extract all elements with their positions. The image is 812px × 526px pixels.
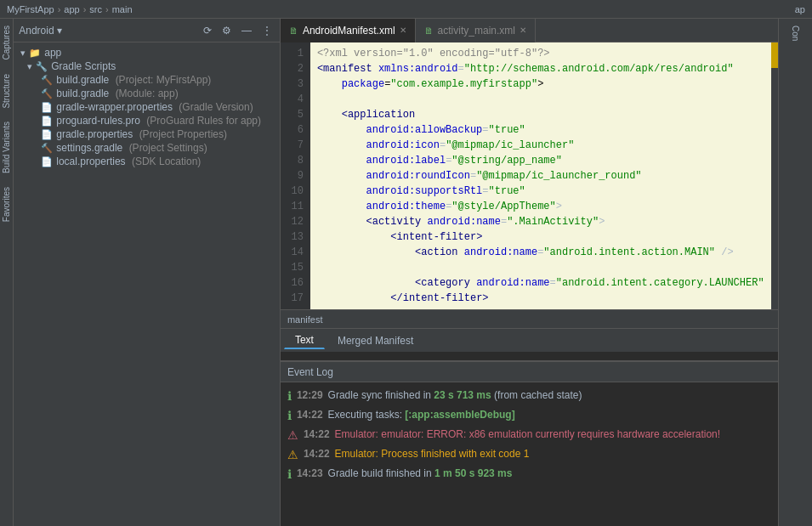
editor-scrollbar[interactable] (771, 42, 778, 309)
proguard-label: proguard-rules.pro (ProGuard Rules for a… (56, 115, 261, 127)
captures-tab[interactable]: Captures (0, 19, 13, 67)
code-line-13: <intent-filter> (317, 229, 764, 245)
log-icon-4: ⚠ (287, 447, 298, 462)
tab-merged-manifest[interactable]: Merged Manifest (327, 332, 424, 349)
sidebar-toolbar: Android ▾ ⟳ ⚙ — ⋮ (14, 19, 280, 42)
code-line-7: android:icon="@mipmap/ic_launcher" (317, 138, 764, 153)
app-folder-icon: ▾ (20, 48, 26, 59)
main-layout: Captures Structure Build Variants Favori… (0, 19, 812, 526)
top-bar: MyFirstApp › app › src › main ap (0, 0, 812, 19)
project-sidebar: Android ▾ ⟳ ⚙ — ⋮ ▾ 📁 app ▾ 🔧 Gradle Scr… (14, 19, 281, 526)
manifest-tab-close[interactable]: ✕ (400, 25, 406, 35)
code-line-5: <application (317, 107, 764, 122)
manifest-tab-icon: 🗎 (289, 25, 298, 36)
log-icon-2: ℹ (287, 408, 292, 423)
code-line-11: android:theme="@style/AppTheme"> (317, 199, 764, 214)
log-text-3: Emulator: emulator: ERROR: x86 emulation… (335, 427, 721, 442)
tree-item-gradle-props[interactable]: 📄 gradle.properties (Project Properties) (14, 127, 280, 141)
project-tree: ▾ 📁 app ▾ 🔧 Gradle Scripts 🔨 build.gradl… (14, 42, 280, 526)
tree-item-app[interactable]: ▾ 📁 app (14, 46, 280, 59)
code-line-2: <manifest xmlns:android="http://schemas.… (317, 61, 764, 76)
code-line-8: android:label="@string/app_name" (317, 153, 764, 168)
gradle-props-icon: 📄 (41, 129, 53, 140)
manifest-status-text: manifest (287, 314, 323, 325)
app-icon: 📁 (29, 48, 41, 59)
tree-item-gradle-scripts[interactable]: ▾ 🔧 Gradle Scripts (14, 59, 280, 73)
tab-activity-main[interactable]: 🗎 activity_main.xml ✕ (416, 19, 536, 42)
breadcrumb-app: MyFirstApp (7, 4, 54, 14)
gradle-scripts-label: Gradle Scripts (51, 60, 116, 72)
settings-button[interactable]: ⚙ (219, 24, 234, 37)
code-line-17: </intent-filter> (317, 291, 764, 306)
manifest-tab-label: AndroidManifest.xml (303, 25, 395, 37)
tree-item-local-props[interactable]: 📄 local.properties (SDK Location) (14, 155, 280, 168)
log-time-4: 14:22 (304, 446, 330, 461)
tree-item-build-gradle-project[interactable]: 🔨 build.gradle (Project: MyFirstApp) (14, 73, 280, 87)
activity-tab-close[interactable]: ✕ (520, 25, 526, 35)
log-entry-1: ℹ 12:29 Gradle sync finished in 23 s 713… (287, 386, 771, 405)
log-entry-4: ⚠ 14:22 Emulator: Process finished with … (287, 444, 771, 464)
tree-item-gradle-wrapper[interactable]: 📄 gradle-wrapper.properties (Gradle Vers… (14, 100, 280, 114)
log-time-5: 14:23 (297, 466, 323, 481)
tree-item-proguard[interactable]: 📄 proguard-rules.pro (ProGuard Rules for… (14, 114, 280, 127)
gradle-props-label: gradle.properties (Project Properties) (56, 128, 227, 140)
right-sidebar: Con (778, 19, 812, 526)
more-button[interactable]: ⋮ (259, 24, 275, 37)
log-entry-5: ℹ 14:23 Gradle build finished in 1 m 50 … (287, 464, 771, 484)
text-tab-label: Text (295, 334, 314, 346)
manifest-status-bar: manifest (281, 309, 778, 328)
collapse-button[interactable]: — (239, 24, 254, 37)
top-right-actions: ap (795, 4, 805, 14)
build-variants-tab[interactable]: Build Variants (0, 115, 13, 180)
favorites-tab[interactable]: Favorites (0, 180, 13, 229)
gradle-scripts-expand-icon: ▾ (27, 61, 32, 72)
log-text-4: Emulator: Process finished with exit cod… (335, 446, 530, 461)
log-text-5: Gradle build finished in 1 m 50 s 923 ms (328, 466, 513, 481)
log-icon-3: ⚠ (287, 427, 298, 443)
log-time-1: 12:29 (297, 387, 323, 403)
breadcrumb-module: app (64, 4, 79, 14)
tree-item-settings-gradle[interactable]: 🔨 settings.gradle (Project Settings) (14, 141, 280, 155)
code-line-9: android:roundIcon="@mipmap/ic_launcher_r… (317, 168, 764, 184)
log-entry-3: ⚠ 14:22 Emulator: emulator: ERROR: x86 e… (287, 425, 771, 444)
content-area: 🗎 AndroidManifest.xml ✕ 🗎 activity_main.… (281, 19, 778, 526)
code-line-16: <category android:name="android.intent.c… (317, 275, 764, 291)
editor-and-log: 🗎 AndroidManifest.xml ✕ 🗎 activity_main.… (281, 19, 778, 526)
tree-item-build-gradle-module[interactable]: 🔨 build.gradle (Module: app) (14, 87, 280, 100)
log-time-2: 14:22 (297, 407, 323, 422)
local-props-label: local.properties (SDK Location) (56, 156, 201, 167)
editor-tab-bar: 🗎 AndroidManifest.xml ✕ 🗎 activity_main.… (281, 19, 778, 42)
gradle-scripts-icon: 🔧 (36, 61, 48, 72)
code-line-14: <action android:name="android.intent.act… (317, 245, 764, 260)
event-log-title: Event Log (287, 366, 333, 378)
activity-tab-icon: 🗎 (424, 25, 434, 36)
bottom-tab-bar: Text Merged Manifest (281, 328, 778, 352)
sidebar-title: Android ▾ (19, 25, 196, 37)
settings-gradle-label: settings.gradle (Project Settings) (56, 142, 207, 154)
build-gradle-module-label: build.gradle (Module: app) (56, 88, 178, 99)
gradle-module-icon: 🔨 (41, 88, 53, 99)
vertical-tabs-left: Captures Structure Build Variants Favori… (0, 19, 14, 526)
build-gradle-project-label: build.gradle (Project: MyFirstApp) (56, 74, 211, 86)
app-label: app (44, 47, 61, 59)
log-entry-2: ℹ 14:22 Executing tasks: [:app:assembleD… (287, 405, 771, 425)
code-line-6: android:allowBackup="true" (317, 122, 764, 138)
merged-manifest-tab-label: Merged Manifest (338, 335, 413, 347)
con-tab[interactable]: Con (789, 19, 802, 48)
breadcrumb: MyFirstApp › app › src › main (7, 4, 133, 14)
code-line-12: <activity android:name=".MainActivity"> (317, 214, 764, 229)
structure-tab[interactable]: Structure (0, 67, 13, 116)
tab-text[interactable]: Text (284, 331, 325, 349)
gradle-project-icon: 🔨 (41, 75, 53, 86)
activity-tab-label: activity_main.xml (438, 25, 515, 37)
code-line-15 (317, 260, 764, 275)
sync-button[interactable]: ⟳ (201, 24, 214, 37)
code-line-3: package="com.example.myfirstapp"> (317, 76, 764, 92)
code-lines[interactable]: <?xml version="1.0" encoding="utf-8"?> <… (310, 42, 771, 309)
event-log-header: Event Log (281, 362, 778, 382)
top-right-label: ap (795, 4, 805, 14)
gradle-wrapper-label: gradle-wrapper.properties (Gradle Versio… (56, 101, 253, 113)
tab-android-manifest[interactable]: 🗎 AndroidManifest.xml ✕ (281, 19, 416, 42)
event-log: Event Log ℹ 12:29 Gradle sync finished i… (281, 360, 778, 526)
settings-gradle-icon: 🔨 (41, 143, 53, 154)
